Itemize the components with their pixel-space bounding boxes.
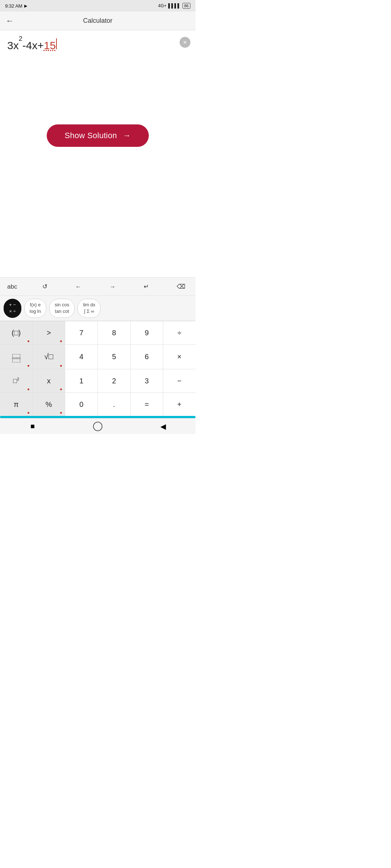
key-equals[interactable]: = — [131, 393, 163, 416]
square-icon: ■ — [30, 422, 35, 430]
key-8[interactable]: 8 — [98, 321, 130, 344]
expression-area[interactable]: 3x2-4x+15 — [0, 30, 196, 103]
power-icon: □2 — [13, 377, 19, 385]
key-4[interactable]: 4 — [65, 345, 97, 369]
show-solution-label: Show Solution — [65, 131, 117, 140]
battery-icon: 86 — [182, 3, 190, 9]
key-decimal[interactable]: . — [98, 393, 130, 416]
key-6[interactable]: 6 — [131, 345, 163, 369]
keyboard-area: abc ↺ ← → ↵ ⌫ + − × ÷ f(x) e log ln sin … — [0, 277, 196, 434]
signal-bars-icon: ▌▌▌▌ — [168, 3, 181, 8]
bottom-navigation: ■ ◀ — [0, 418, 196, 434]
dot-indicator — [60, 388, 62, 390]
key-2[interactable]: 2 — [98, 369, 130, 392]
nav-home-button[interactable] — [89, 418, 107, 434]
status-bar: 9:32 AM ▶ 4G+ ▌▌▌▌ 86 — [0, 0, 196, 12]
expr-3x: 3x — [7, 38, 19, 52]
dot-indicator — [60, 340, 62, 342]
tab-trig[interactable]: sin cos tan cot — [49, 299, 75, 318]
cursor-left-button[interactable]: ← — [72, 282, 84, 292]
nav-back-button[interactable]: ◀ — [154, 418, 172, 434]
key-x-var[interactable]: x — [33, 369, 65, 392]
page-title: Calculator — [20, 17, 176, 25]
circle-icon — [93, 422, 102, 431]
dot-indicator — [60, 412, 62, 414]
expr-rest: -4x+15 — [22, 38, 56, 52]
keyboard-tabs: + − × ÷ f(x) e log ln sin cos tan cot li… — [0, 296, 196, 320]
tab-functions[interactable]: f(x) e log ln — [24, 299, 46, 318]
status-time: 9:32 AM — [5, 3, 22, 9]
key-pi[interactable]: π — [0, 393, 32, 416]
network-label: 4G+ — [158, 3, 167, 8]
expression-content: 3x2-4x+15 — [7, 38, 57, 52]
sqrt-icon: √□ — [44, 352, 53, 361]
dot-indicator — [60, 365, 62, 367]
key-fraction[interactable] — [0, 345, 32, 369]
tab-calculus[interactable]: lim dx ∫ Σ ∞ — [77, 299, 101, 318]
expression-display: 3x2-4x+15 — [7, 38, 188, 52]
cursor-right-button[interactable]: → — [106, 282, 118, 292]
status-time-area: 9:32 AM ▶ — [5, 3, 27, 9]
solution-area: Show Solution → — [0, 103, 196, 158]
dot-indicator — [28, 340, 29, 342]
show-solution-button[interactable]: Show Solution → — [47, 124, 149, 147]
status-right-area: 4G+ ▌▌▌▌ 86 — [158, 3, 190, 9]
key-5[interactable]: 5 — [98, 345, 130, 369]
key-multiply[interactable]: × — [163, 345, 196, 369]
dot-indicator — [28, 388, 29, 390]
key-1[interactable]: 1 — [65, 369, 97, 392]
dot-indicator — [28, 412, 29, 414]
abc-label: abc — [7, 283, 17, 290]
key-minus[interactable]: − — [163, 369, 196, 392]
enter-button[interactable]: ↵ — [141, 281, 152, 292]
key-percent[interactable]: % — [33, 393, 65, 416]
cursor — [56, 38, 57, 49]
history-button[interactable]: ↺ — [39, 281, 50, 292]
triangle-icon: ◀ — [160, 422, 166, 431]
key-greater[interactable]: > — [33, 321, 65, 344]
expr-power: 2 — [19, 35, 22, 43]
keyboard-controls: abc ↺ ← → ↵ ⌫ — [0, 278, 196, 296]
key-power[interactable]: □2 — [0, 369, 32, 392]
paren-icon: (□) — [12, 329, 21, 336]
tab-basic[interactable]: + − × ÷ — [4, 299, 21, 318]
top-bar: ← Calculator — [0, 12, 196, 30]
key-3[interactable]: 3 — [131, 369, 163, 392]
fraction-icon — [12, 351, 21, 363]
youtube-icon: ▶ — [24, 4, 27, 8]
key-9[interactable]: 9 — [131, 321, 163, 344]
key-7[interactable]: 7 — [65, 321, 97, 344]
backspace-button[interactable]: ⌫ — [174, 281, 188, 292]
back-button[interactable]: ← — [6, 16, 14, 26]
expr-underlined: 15 — [44, 39, 56, 51]
dot-indicator — [28, 365, 29, 367]
key-sqrt[interactable]: √□ — [33, 345, 65, 369]
key-0[interactable]: 0 — [65, 393, 97, 416]
key-paren[interactable]: (□) — [0, 321, 32, 344]
key-plus[interactable]: + — [163, 393, 196, 416]
clear-button[interactable] — [180, 37, 190, 48]
key-divide[interactable]: ÷ — [163, 321, 196, 344]
keyboard-grid: (□) > 7 8 9 ÷ — [0, 321, 196, 416]
solution-arrow-icon: → — [123, 131, 131, 140]
nav-square-button[interactable]: ■ — [24, 418, 42, 434]
